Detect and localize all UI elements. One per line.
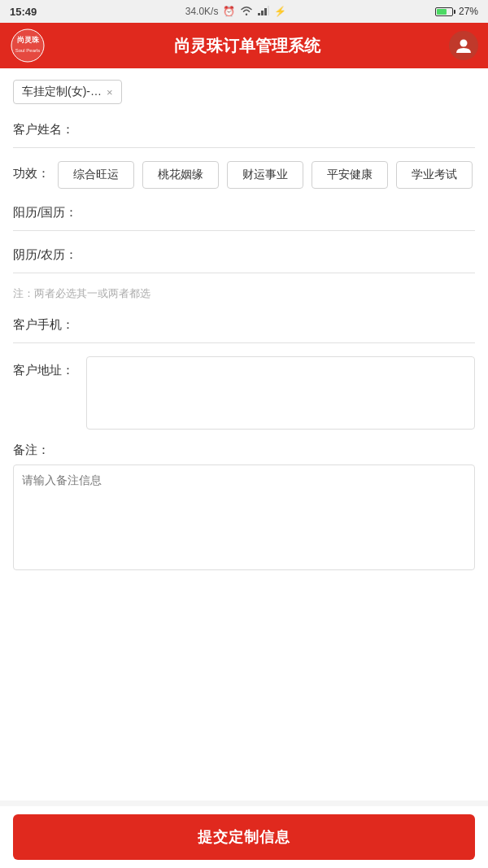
- address-input[interactable]: [86, 356, 475, 430]
- phone-label: 客户手机：: [13, 314, 86, 333]
- submit-area: 提交定制信息: [0, 806, 488, 868]
- app-title: 尚灵珠订单管理系统: [46, 35, 449, 57]
- selected-product-tag[interactable]: 车挂定制(女)-… ×: [13, 80, 122, 104]
- func-tag-4[interactable]: 学业考试: [396, 161, 473, 189]
- svg-text:尚灵珠: 尚灵珠: [17, 36, 40, 44]
- signal-icon: [258, 6, 269, 18]
- svg-text:Soul Pearls: Soul Pearls: [15, 48, 41, 53]
- svg-rect-2: [264, 8, 267, 15]
- status-network: 34.0K/s ⏰ ⚡: [185, 6, 287, 18]
- svg-rect-0: [258, 13, 260, 15]
- phone-row: 客户手机：: [13, 314, 475, 343]
- remarks-section: 备注：: [13, 443, 475, 574]
- date-note: 注：两者必选其一或两者都选: [13, 286, 475, 301]
- tag-close-button[interactable]: ×: [107, 86, 113, 98]
- status-time: 15:49: [10, 6, 37, 18]
- func-tag-3[interactable]: 平安健康: [312, 161, 388, 189]
- customer-name-label: 客户姓名：: [13, 119, 86, 137]
- main-content: 车挂定制(女)-… × 客户姓名： 功效： 综合旺运 桃花姻缘 财运事业 平安健…: [0, 68, 488, 800]
- remarks-label: 备注：: [13, 443, 475, 458]
- function-row: 功效： 综合旺运 桃花姻缘 财运事业 平安健康 学业考试: [13, 161, 475, 189]
- status-battery: 27%: [435, 6, 478, 17]
- svg-rect-1: [261, 11, 264, 15]
- battery-icon: [435, 7, 455, 16]
- func-tag-1[interactable]: 桃花姻缘: [142, 161, 219, 189]
- function-tags: 综合旺运 桃花姻缘 财运事业 平安健康 学业考试: [58, 161, 475, 189]
- function-label: 功效：: [13, 161, 58, 181]
- app-header: 尚灵珠 Soul Pearls 尚灵珠订单管理系统: [0, 23, 488, 68]
- tag-label: 车挂定制(女)-…: [22, 85, 102, 99]
- func-tag-2[interactable]: 财运事业: [227, 161, 303, 189]
- solar-date-row: 阳历/国历：: [13, 202, 475, 231]
- svg-rect-3: [268, 6, 269, 15]
- customer-name-input[interactable]: [86, 119, 475, 139]
- solar-date-input[interactable]: [86, 202, 475, 222]
- svg-point-4: [11, 29, 44, 62]
- charge-icon: ⚡: [274, 6, 286, 17]
- customer-name-row: 客户姓名：: [13, 119, 475, 148]
- app-logo: 尚灵珠 Soul Pearls: [10, 28, 46, 63]
- address-label: 客户地址：: [13, 356, 86, 378]
- solar-date-label: 阳历/国历：: [13, 202, 86, 220]
- submit-button[interactable]: 提交定制信息: [13, 814, 475, 860]
- status-bar: 15:49 34.0K/s ⏰ ⚡ 27%: [0, 0, 488, 23]
- lunar-date-input[interactable]: [86, 244, 475, 264]
- lunar-date-label: 阴历/农历：: [13, 244, 86, 263]
- user-avatar-button[interactable]: [449, 31, 478, 60]
- lunar-date-row: 阴历/农历：: [13, 244, 475, 273]
- wifi-icon: [240, 6, 253, 18]
- svg-point-7: [460, 40, 468, 47]
- alarm-icon: ⏰: [223, 6, 235, 17]
- func-tag-0[interactable]: 综合旺运: [58, 161, 134, 189]
- remarks-input[interactable]: [13, 465, 475, 570]
- phone-input[interactable]: [86, 314, 475, 334]
- tag-chip-area: 车挂定制(女)-… ×: [13, 80, 475, 104]
- address-row: 客户地址：: [13, 356, 475, 430]
